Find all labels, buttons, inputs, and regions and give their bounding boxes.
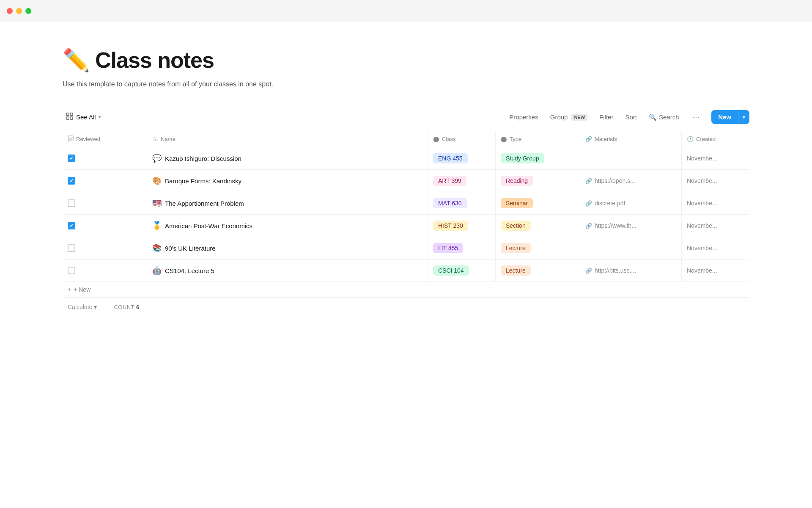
group-button[interactable]: Group NEW [549,111,589,123]
row-name: 🤖CS104: Lecture 5 [152,266,214,275]
clock-icon: 🕐 [687,136,694,142]
row-name: 🥇American Post-War Economics [152,221,252,230]
table-header: Reviewed Aa Name ⬤ Class ⬤ Type 🔗 M [63,131,749,147]
row-name-text: CS104: Lecture 5 [165,267,214,274]
reviewed-checkbox[interactable] [68,267,75,274]
date-text: Novembe... [687,155,717,162]
more-options-button[interactable]: ··· [689,110,703,124]
cell-name[interactable]: 🥇American Post-War Economics [147,215,428,237]
add-row-button[interactable]: + + New [63,282,749,298]
new-dropdown-button[interactable]: ▾ [738,111,749,124]
toolbar: See All ▾ Properties Group NEW Filter So… [63,108,749,126]
type-badge[interactable]: Lecture [501,243,531,253]
cell-name[interactable]: 🇺🇸The Apportionment Problem [147,192,428,214]
sort-label: Sort [625,113,637,121]
col-materials-label: Materials [595,136,617,142]
cell-name[interactable]: 💬Kazuo Ishiguro: Discussion [147,147,428,169]
type-badge[interactable]: Study Group [501,153,544,163]
row-name-text: American Post-War Economics [165,222,252,229]
table-footer: Calculate ▾ COUNT 6 [63,298,749,316]
cell-materials [580,237,682,259]
material-link[interactable]: 🔗https://www.th... [585,222,636,229]
reviewed-checkbox[interactable] [68,155,75,162]
cell-materials: 🔗https://www.th... [580,215,682,237]
class-badge[interactable]: HIST 230 [433,221,468,231]
table-row: 🥇American Post-War EconomicsHIST 230Sect… [63,215,749,237]
cell-materials: 🔗https://open.s... [580,170,682,192]
col-header-reviewed: Reviewed [63,131,147,147]
table-row: 🎨Baroque Forms: KandinskyART 399Reading🔗… [63,170,749,192]
search-icon: 🔍 [649,113,657,121]
type-badge[interactable]: Seminar [501,198,533,208]
reviewed-checkbox[interactable] [68,177,75,185]
row-emoji: 🎨 [152,176,162,185]
properties-button[interactable]: Properties [508,111,540,123]
cell-name[interactable]: 🤖CS104: Lecture 5 [147,260,428,282]
date-text: Novembe... [687,200,717,207]
cell-created: Novembe... [682,170,749,192]
row-name: 🇺🇸The Apportionment Problem [152,199,244,208]
class-badge[interactable]: LIT 455 [433,243,463,253]
search-button[interactable]: 🔍 Search [647,111,681,124]
svg-rect-0 [66,113,69,116]
class-badge[interactable]: CSCI 104 [433,265,469,276]
type-badge[interactable]: Lecture [501,265,531,276]
data-table: Reviewed Aa Name ⬤ Class ⬤ Type 🔗 M [63,131,749,316]
material-link[interactable]: 🔗https://open.s... [585,177,635,184]
col-header-materials: 🔗 Materials [580,131,682,147]
cell-materials: 🔗http://bits.usc.... [580,260,682,282]
reviewed-checkbox[interactable] [68,199,75,207]
calculate-button[interactable]: Calculate ▾ [68,304,97,310]
reviewed-checkbox[interactable] [68,244,75,252]
cell-type: Seminar [496,192,580,214]
reviewed-checkbox[interactable] [68,222,75,229]
svg-text:Aa: Aa [153,136,158,141]
material-link[interactable]: 🔗discrete.pdf [585,200,625,207]
cell-reviewed [63,260,147,282]
link-icon: 🔗 [585,178,592,184]
cell-class: CSCI 104 [428,260,496,282]
chevron-down-icon: ▾ [94,304,97,310]
date-text: Novembe... [687,245,717,251]
col-created-label: Created [696,136,716,142]
filter-button[interactable]: Filter [598,111,615,123]
count-value: 6 [136,304,140,310]
cell-class: ENG 455 [428,147,496,169]
svg-rect-3 [70,117,73,119]
text-icon: Aa [152,135,158,143]
material-link[interactable]: 🔗http://bits.usc.... [585,267,636,274]
class-badge[interactable]: ART 399 [433,176,466,186]
cell-created: Novembe... [682,192,749,214]
material-text: discrete.pdf [595,200,625,207]
plus-icon: + [68,286,71,293]
cell-name[interactable]: 🎨Baroque Forms: Kandinsky [147,170,428,192]
cell-reviewed [63,237,147,259]
maximize-button[interactable] [25,8,31,14]
type-badge[interactable]: Section [501,221,531,231]
minimize-button[interactable] [16,8,22,14]
main-content: ✏️ Class notes Use this template to capt… [0,22,812,333]
group-label: Group [550,113,568,121]
close-button[interactable] [7,8,13,14]
table-row: 💬Kazuo Ishiguro: DiscussionENG 455Study … [63,147,749,170]
cell-name[interactable]: 📚90's UK Literature [147,237,428,259]
row-emoji: 💬 [152,154,162,163]
material-text: https://www.th... [595,222,636,229]
link-icon: 🔗 [585,200,592,207]
checkbox-icon [68,135,74,143]
circle-icon: ⬤ [433,136,439,142]
cell-class: LIT 455 [428,237,496,259]
class-badge[interactable]: MAT 630 [433,198,467,208]
col-name-label: Name [161,136,176,142]
class-badge[interactable]: ENG 455 [433,153,468,163]
new-button[interactable]: New [711,110,738,124]
cell-class: ART 399 [428,170,496,192]
sort-button[interactable]: Sort [623,111,639,123]
row-name-text: The Apportionment Problem [165,200,244,207]
search-label: Search [659,113,679,121]
see-all-button[interactable]: See All ▾ [63,110,104,124]
table-row: 🇺🇸The Apportionment ProblemMAT 630Semina… [63,192,749,215]
cell-type: Reading [496,170,580,192]
type-badge[interactable]: Reading [501,176,533,186]
filter-label: Filter [599,113,613,121]
